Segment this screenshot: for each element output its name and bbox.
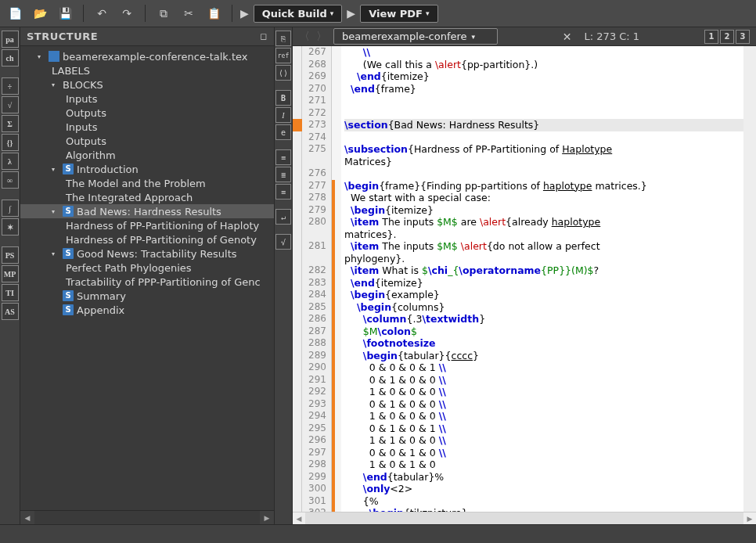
structure-tree[interactable]: ▾ beamerexample-conference-talk.texLABEL… xyxy=(20,46,274,510)
tree-item[interactable]: S Appendix xyxy=(20,303,274,317)
tree-item[interactable]: ▾S Good News: Tractability Results xyxy=(20,246,274,261)
math-icon[interactable]: √ xyxy=(275,234,291,250)
copy-icon[interactable]: ⧉ xyxy=(153,3,174,23)
infty-icon[interactable]: ∞ xyxy=(2,171,19,189)
tree-item[interactable]: LABELS xyxy=(20,63,274,77)
brace-icon[interactable]: {} xyxy=(2,134,19,151)
cross-icon[interactable]: ✶ xyxy=(2,218,19,236)
main-toolbar: 📄 📂 💾 ↶ ↷ ⧉ ✂ 📋 ▶ Quick Build▾ ▶ View PD… xyxy=(0,0,756,27)
cursor-position: L: 273 C: 1 xyxy=(585,31,640,42)
int-icon[interactable]: ∫ xyxy=(2,200,19,217)
view-pdf-button[interactable]: View PDF▾ xyxy=(360,5,437,23)
editor-tab[interactable]: beamerexample-confere ▾ xyxy=(333,28,498,45)
build-arrow-icon: ▶ xyxy=(240,7,249,20)
tree-item[interactable]: ▾S Introduction xyxy=(20,162,274,176)
right-icon[interactable]: ≡ xyxy=(275,184,291,200)
tree-item[interactable]: Tractability of PPP-Partitioning of Genc xyxy=(20,275,274,289)
new-file-icon[interactable]: 📄 xyxy=(5,3,25,23)
redo-icon[interactable]: ↷ xyxy=(117,3,137,23)
emph-icon[interactable]: e xyxy=(275,124,291,140)
separator xyxy=(83,5,84,22)
newline-icon[interactable]: ↵ xyxy=(275,209,291,225)
separator xyxy=(145,5,146,22)
tree-item[interactable]: Perfect Path Phylogenies xyxy=(20,261,274,275)
save-icon[interactable]: 💾 xyxy=(55,3,75,23)
editor-hscrollbar[interactable]: ◀▶ xyxy=(293,512,756,524)
ps-icon[interactable]: PS xyxy=(2,246,19,264)
view-arrow-icon: ▶ xyxy=(347,7,355,20)
lambda-icon[interactable]: λ xyxy=(2,153,19,170)
mp-icon[interactable]: MP xyxy=(2,265,19,282)
chapter-icon[interactable]: ch xyxy=(2,49,19,67)
split-2-button[interactable]: 2 xyxy=(720,30,734,44)
structure-title: STRUCTURE xyxy=(27,31,98,42)
bold-icon[interactable]: B xyxy=(275,90,291,106)
undo-icon[interactable]: ↶ xyxy=(92,3,112,23)
tree-item[interactable]: ▾ beamerexample-conference-talk.tex xyxy=(20,49,274,63)
tree-item[interactable]: Hardness of PP-Partitioning of Haploty xyxy=(20,218,274,232)
structure-hscrollbar[interactable]: ◀▶ xyxy=(20,510,274,524)
separator xyxy=(232,5,232,22)
code-editor[interactable]: 2672682692702712722732742752762772782792… xyxy=(293,46,756,512)
nav-back-icon[interactable]: 〈 xyxy=(299,30,310,44)
pageref-icon[interactable]: ⟨⟩ xyxy=(275,65,291,81)
tree-item[interactable]: Outputs xyxy=(20,106,274,120)
editor-side-toolbar: ⎘ ref ⟨⟩ B I e ≡ ≣ ≡ ↵ √ xyxy=(274,27,293,524)
tree-item[interactable]: Hardness of PP-Partitioning of Genoty xyxy=(20,232,274,246)
open-file-icon[interactable]: 📂 xyxy=(30,3,50,23)
tree-item[interactable]: Inputs xyxy=(20,92,274,106)
center-icon[interactable]: ≣ xyxy=(275,167,291,182)
nav-forward-icon[interactable]: 〉 xyxy=(316,30,327,44)
structure-detach-icon[interactable]: ◻ xyxy=(260,31,268,41)
symbol-toolbar: pa ch ÷ √ Σ {} λ ∞ ∫ ✶ PS MP TI AS xyxy=(0,27,20,524)
ref-icon[interactable]: ref xyxy=(275,48,291,63)
editor-tabbar: 〈 〉 beamerexample-confere ▾ ✕ L: 273 C: … xyxy=(293,27,756,46)
as-icon[interactable]: AS xyxy=(2,303,19,320)
tree-item[interactable]: Algorithm xyxy=(20,148,274,162)
paste-icon[interactable]: 📋 xyxy=(203,3,224,23)
ti-icon[interactable]: TI xyxy=(2,284,19,301)
bottom-panel xyxy=(0,524,756,543)
tab-close-icon[interactable]: ✕ xyxy=(563,31,572,43)
frac-icon[interactable]: ÷ xyxy=(2,77,19,95)
tree-item[interactable]: ▾S Bad News: Hardness Results xyxy=(20,204,274,218)
tree-item[interactable]: Outputs xyxy=(20,134,274,148)
quick-build-button[interactable]: Quick Build▾ xyxy=(254,5,343,23)
editor-vscrollbar[interactable] xyxy=(743,46,756,512)
structure-panel: STRUCTURE ◻ ▾ beamerexample-conference-t… xyxy=(20,27,274,524)
tab-label: beamerexample-confere xyxy=(342,31,467,42)
split-3-button[interactable]: 3 xyxy=(736,30,750,44)
label-icon[interactable]: ⎘ xyxy=(275,31,291,46)
sum-icon[interactable]: Σ xyxy=(2,115,19,132)
sqrt-icon[interactable]: √ xyxy=(2,96,19,113)
tree-item[interactable]: The Model and the Problem xyxy=(20,176,274,190)
tree-item[interactable]: S Summary xyxy=(20,289,274,303)
tree-item[interactable]: Inputs xyxy=(20,120,274,134)
part-icon[interactable]: pa xyxy=(2,31,19,48)
editor-column: 〈 〉 beamerexample-confere ▾ ✕ L: 273 C: … xyxy=(293,27,756,524)
split-1-button[interactable]: 1 xyxy=(704,30,718,44)
tree-item[interactable]: The Integrated Approach xyxy=(20,190,274,204)
italic-icon[interactable]: I xyxy=(275,107,291,123)
cut-icon[interactable]: ✂ xyxy=(178,3,199,23)
tree-item[interactable]: ▾BLOCKS xyxy=(20,77,274,92)
left-icon[interactable]: ≡ xyxy=(275,149,291,165)
